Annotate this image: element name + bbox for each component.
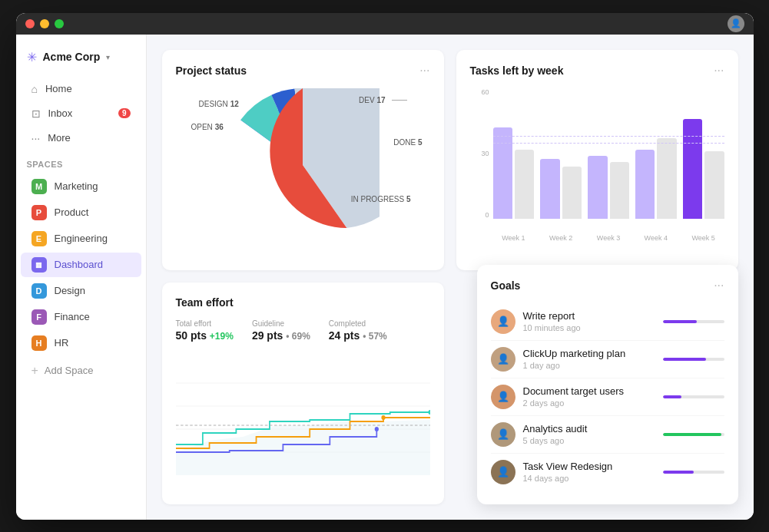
goal-progress-0: [663, 320, 724, 323]
goal-avatar-2: 👤: [491, 385, 515, 409]
tasks-by-week-card: Tasks left by week ··· 0 30 60: [456, 50, 738, 271]
sidebar-item-label: Home: [45, 83, 72, 94]
space-item-product[interactable]: P Product: [21, 200, 141, 225]
app-window: 👤 ✳ Acme Corp ▾ ⌂ Home ⊡ Inbox 9 ··· Mor…: [16, 13, 754, 520]
add-icon: +: [31, 364, 38, 378]
stat-label: Completed: [329, 319, 387, 328]
add-space-button[interactable]: + Add Space: [21, 359, 141, 382]
stat-label: Guideline: [252, 319, 310, 328]
company-name: Acme Corp: [43, 51, 101, 63]
main-content: Project status ···: [147, 35, 754, 520]
goal-time-4: 14 days ago: [523, 474, 655, 483]
goal-progress-2: [663, 395, 724, 398]
x-label: Week 4: [635, 234, 677, 242]
goals-menu[interactable]: ···: [714, 279, 724, 292]
sidebar: ✳ Acme Corp ▾ ⌂ Home ⊡ Inbox 9 ··· More …: [16, 35, 147, 520]
stat-label: Total effort: [176, 319, 234, 328]
space-item-dashboard[interactable]: ▦ Dashboard: [21, 253, 141, 277]
goal-item-2[interactable]: 👤 Document target users 2 days ago: [491, 378, 724, 416]
maximize-dot[interactable]: [55, 19, 64, 28]
pie-label-inprogress: IN PROGRESS 5: [351, 195, 411, 203]
sidebar-item-more[interactable]: ··· More: [21, 127, 141, 150]
goal-info-2: Document target users 2 days ago: [523, 385, 655, 408]
x-label: Week 1: [493, 234, 535, 242]
goal-item-0[interactable]: 👤 Write report 10 minutes ago: [491, 303, 724, 341]
space-label: Engineering: [55, 233, 108, 244]
bar-primary: [635, 150, 655, 219]
stat-total: Total effort 50 pts +19%: [176, 319, 234, 342]
close-dot[interactable]: [25, 19, 35, 28]
svg-point-8: [381, 415, 385, 420]
bar-secondary: [515, 150, 534, 219]
goal-progress-4: [663, 471, 724, 474]
goal-item-4[interactable]: 👤 Task View Redesign 14 days ago: [491, 454, 724, 491]
bar-chart-area: 0 30 60: [470, 88, 724, 234]
svg-marker-4: [176, 420, 430, 475]
guideline: [493, 143, 724, 144]
team-effort-title: Team effort: [176, 296, 234, 309]
space-item-hr[interactable]: H HR: [21, 331, 141, 355]
tasks-week-menu[interactable]: ···: [714, 64, 724, 78]
goal-time-0: 10 minutes ago: [523, 323, 655, 332]
goal-item-1[interactable]: 👤 ClickUp marketing plan 1 day ago: [491, 341, 724, 378]
space-label: Dashboard: [55, 259, 104, 270]
space-dot-finance: F: [31, 309, 47, 325]
sidebar-item-home[interactable]: ⌂ Home: [21, 78, 141, 101]
goals-card: Goals ··· 👤 Write report 10 minutes ago …: [477, 265, 738, 504]
bar-group-week2: [540, 159, 582, 219]
goal-item-3[interactable]: 👤 Analytics audit 5 days ago: [491, 416, 724, 454]
goal-info-1: ClickUp marketing plan 1 day ago: [523, 348, 655, 370]
goal-name-4: Task View Redesign: [523, 461, 655, 472]
bar-group-week1: [493, 127, 535, 219]
goal-avatar-0: 👤: [491, 309, 515, 334]
bar-group-week4: [635, 138, 677, 219]
goal-info-0: Write report 10 minutes ago: [523, 310, 655, 332]
dashed-reference-line: [493, 136, 724, 137]
space-label: Design: [55, 285, 85, 296]
goal-progress-3: [663, 433, 724, 436]
pie-label-open: OPEN 36: [191, 123, 224, 131]
sidebar-item-label: More: [48, 132, 71, 144]
bar-group-week3: [588, 156, 629, 219]
bar-secondary: [562, 167, 582, 219]
bar-chart: 0 30 60: [470, 88, 724, 242]
stat-value: 50 pts +19%: [176, 329, 234, 342]
project-status-menu[interactable]: ···: [419, 64, 429, 78]
pie-label-done: DONE 5: [393, 138, 422, 147]
add-space-label: Add Space: [45, 365, 94, 376]
bar-secondary: [704, 151, 724, 219]
x-label: Week 3: [588, 234, 629, 242]
goal-name-1: ClickUp marketing plan: [523, 348, 655, 359]
space-label: HR: [55, 337, 69, 349]
inbox-badge: 9: [118, 108, 131, 118]
stat-completed: Completed 24 pts • 57%: [329, 319, 387, 342]
space-item-finance[interactable]: F Finance: [21, 305, 141, 329]
svg-point-6: [428, 410, 430, 415]
inbox-icon: ⊡: [31, 107, 41, 120]
space-item-marketing[interactable]: M Marketing: [21, 174, 141, 199]
goal-avatar-1: 👤: [491, 347, 515, 372]
goal-bar-4: [663, 471, 694, 474]
x-label: Week 2: [540, 234, 582, 242]
company-logo[interactable]: ✳ Acme Corp ▾: [16, 44, 146, 77]
goal-name-3: Analytics audit: [523, 423, 655, 435]
goal-name-0: Write report: [523, 310, 655, 322]
space-dot-design: D: [31, 283, 47, 299]
spaces-section-label: Spaces: [16, 150, 146, 173]
effort-stats: Total effort 50 pts +19% Guideline 29 pt…: [176, 319, 430, 342]
user-avatar[interactable]: 👤: [728, 15, 744, 32]
space-dot-hr: H: [31, 335, 47, 351]
space-dot-product: P: [31, 205, 47, 220]
minimize-dot[interactable]: [40, 19, 49, 28]
sidebar-item-inbox[interactable]: ⊡ Inbox 9: [21, 102, 141, 125]
space-item-engineering[interactable]: E Engineering: [21, 226, 141, 251]
goal-name-2: Document target users: [523, 385, 655, 397]
more-icon: ···: [31, 132, 41, 144]
space-dot-dashboard: ▦: [31, 257, 47, 273]
bar-primary: [540, 159, 559, 219]
bar-primary: [588, 156, 607, 219]
stat-guideline: Guideline 29 pts • 69%: [252, 319, 310, 342]
tasks-week-title: Tasks left by week: [470, 64, 564, 77]
bar-secondary: [657, 138, 676, 219]
space-item-design[interactable]: D Design: [21, 279, 141, 303]
